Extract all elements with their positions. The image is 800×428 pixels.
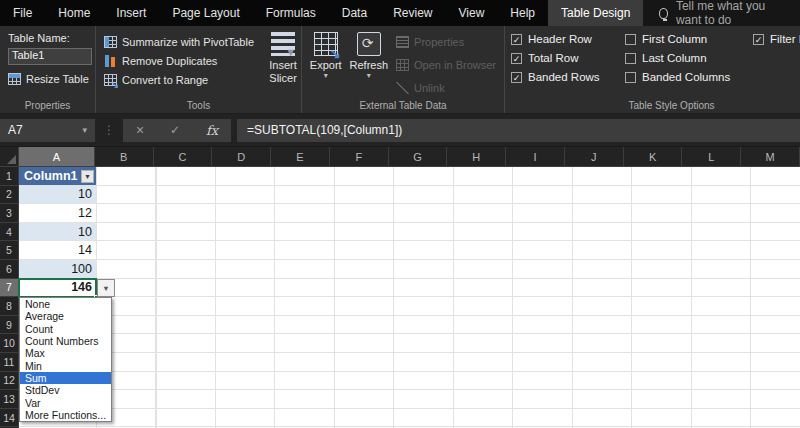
insert-slicer-button[interactable]: Insert Slicer xyxy=(262,30,304,99)
checkbox-banded-columns[interactable]: Banded Columns xyxy=(625,71,743,83)
lightbulb-icon xyxy=(659,8,668,19)
tab-help[interactable]: Help xyxy=(497,0,548,26)
cell-a3[interactable]: 12 xyxy=(19,204,96,223)
column-header-l[interactable]: L xyxy=(682,147,741,167)
tab-file[interactable]: File xyxy=(0,0,45,26)
column-header-c[interactable]: C xyxy=(154,147,213,167)
name-box[interactable]: A7 ▾ xyxy=(0,119,95,142)
checkbox-header-row[interactable]: ✓Header Row xyxy=(511,33,615,45)
row-header-1[interactable]: 1 xyxy=(0,167,19,186)
column-header-e[interactable]: E xyxy=(271,147,330,167)
name-box-dropdown-icon[interactable]: ▾ xyxy=(82,125,87,135)
enter-icon[interactable]: ✓ xyxy=(170,123,180,137)
checkbox-banded-rows[interactable]: ✓Banded Rows xyxy=(511,71,615,83)
ribbon-group-tools: Summarize with PivotTable Remove Duplica… xyxy=(96,26,302,113)
dropdown-item-none[interactable]: None xyxy=(20,298,111,310)
column-header-i[interactable]: I xyxy=(506,147,565,167)
cell-grid[interactable]: Column1▼10121014100146 ▼ NoneAverageCoun… xyxy=(19,167,800,428)
dropdown-item-sum[interactable]: Sum xyxy=(20,372,111,384)
tab-home[interactable]: Home xyxy=(45,0,103,26)
checkbox-unchecked-icon xyxy=(625,34,636,45)
dropdown-item-min[interactable]: Min xyxy=(20,360,111,372)
checkbox-total-row[interactable]: ✓Total Row xyxy=(511,52,615,64)
convert-to-range-button[interactable]: Convert to Range xyxy=(102,70,256,89)
formula-input[interactable]: =SUBTOTAL(109,[Column1]) xyxy=(237,119,800,142)
summarize-with-pivottable-button[interactable]: Summarize with PivotTable xyxy=(102,32,256,51)
checkbox-last-column[interactable]: Last Column xyxy=(625,52,743,64)
checkbox-label: Filter Button xyxy=(770,33,800,45)
cancel-icon[interactable]: × xyxy=(136,122,144,138)
tab-data[interactable]: Data xyxy=(329,0,380,26)
select-all-corner[interactable] xyxy=(0,147,19,167)
column-header-k[interactable]: K xyxy=(624,147,683,167)
row-header-12[interactable]: 12 xyxy=(0,372,19,391)
checkbox-label: First Column xyxy=(642,33,707,45)
row-header-5[interactable]: 5 xyxy=(0,241,19,260)
tab-review[interactable]: Review xyxy=(380,0,445,26)
row-header-2[interactable]: 2 xyxy=(0,186,19,205)
row-header-11[interactable]: 11 xyxy=(0,353,19,372)
column-header-b[interactable]: B xyxy=(95,147,154,167)
table-header-cell[interactable]: Column1▼ xyxy=(19,167,96,186)
properties-button-disabled: Properties xyxy=(394,32,498,51)
checkbox-unchecked-icon xyxy=(625,72,636,83)
unlink-label: Unlink xyxy=(414,82,445,94)
cell-a6[interactable]: 100 xyxy=(19,260,96,279)
tab-page-layout[interactable]: Page Layout xyxy=(159,0,252,26)
tell-me-box[interactable]: Tell me what you want to do xyxy=(643,0,800,26)
dropdown-item-stddev[interactable]: StdDev xyxy=(20,384,111,396)
checkbox-first-column[interactable]: First Column xyxy=(625,33,743,45)
pivottable-icon xyxy=(104,36,117,48)
table-name-input[interactable]: Table1 xyxy=(8,48,92,65)
column-header-a[interactable]: A xyxy=(19,147,95,167)
dropdown-item-average[interactable]: Average xyxy=(20,310,111,322)
tab-table-design[interactable]: Table Design xyxy=(548,0,643,26)
checkbox-checked-icon: ✓ xyxy=(511,53,522,64)
dropdown-item-var[interactable]: Var xyxy=(20,397,111,409)
column-header-m[interactable]: M xyxy=(741,147,800,167)
formula-buttons: × ✓ fx xyxy=(123,119,231,142)
tell-me-label: Tell me what you want to do xyxy=(676,0,784,27)
row-header-3[interactable]: 3 xyxy=(0,204,19,223)
checkbox-checked-icon: ✓ xyxy=(511,34,522,45)
dropdown-item-max[interactable]: Max xyxy=(20,347,111,359)
cell-a5[interactable]: 14 xyxy=(19,241,96,260)
dropdown-item-count[interactable]: Count xyxy=(20,323,111,335)
remove-duplicates-button[interactable]: Remove Duplicates xyxy=(102,51,256,70)
dropdown-item-count-numbers[interactable]: Count Numbers xyxy=(20,335,111,347)
cell-a2[interactable]: 10 xyxy=(19,186,96,205)
filter-button-icon[interactable]: ▼ xyxy=(81,170,94,183)
column-header-j[interactable]: J xyxy=(565,147,624,167)
refresh-button[interactable]: Refresh ▾ xyxy=(350,30,389,99)
open-in-browser-button-disabled: Open in Browser xyxy=(394,55,498,74)
column-header-h[interactable]: H xyxy=(447,147,506,167)
row-header-13[interactable]: 13 xyxy=(0,390,19,409)
checkbox-label: Header Row xyxy=(528,33,592,45)
resize-table-icon xyxy=(8,73,21,85)
row-header-9[interactable]: 9 xyxy=(0,316,19,335)
tab-formulas[interactable]: Formulas xyxy=(253,0,329,26)
resize-table-button[interactable]: Resize Table xyxy=(6,69,89,88)
column-header-d[interactable]: D xyxy=(212,147,271,167)
row-headers: 123456789101112131415 xyxy=(0,167,19,428)
checkbox-label: Banded Rows xyxy=(528,71,600,83)
row-header-8[interactable]: 8 xyxy=(0,297,19,316)
tab-view[interactable]: View xyxy=(446,0,498,26)
checkbox-filter-button[interactable]: ✓Filter Button xyxy=(753,33,800,45)
dropdown-item-more-functions[interactable]: More Functions... xyxy=(20,409,111,421)
total-cell-a7[interactable]: 146 xyxy=(19,279,96,298)
tab-insert[interactable]: Insert xyxy=(103,0,159,26)
export-button[interactable]: Export ▾ xyxy=(308,30,344,99)
column-header-g[interactable]: G xyxy=(389,147,448,167)
total-row-dropdown-button[interactable]: ▼ xyxy=(97,279,115,298)
row-header-10[interactable]: 10 xyxy=(0,334,19,353)
row-header-4[interactable]: 4 xyxy=(0,223,19,242)
row-header-6[interactable]: 6 xyxy=(0,260,19,279)
insert-function-icon[interactable]: fx xyxy=(206,123,218,138)
unlink-button-disabled: Unlink xyxy=(394,78,498,97)
cell-a4[interactable]: 10 xyxy=(19,223,96,242)
row-header-7[interactable]: 7 xyxy=(0,279,19,298)
row-header-14[interactable]: 14 xyxy=(0,409,19,428)
column-header-f[interactable]: F xyxy=(330,147,389,167)
ribbon: Table Name: Table1 Resize Table Properti… xyxy=(0,26,800,114)
